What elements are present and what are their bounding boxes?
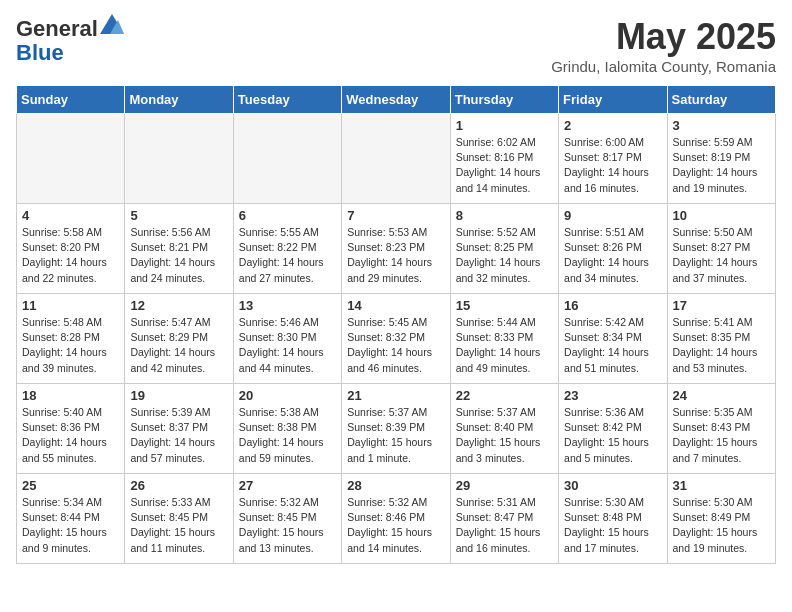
weekday-header-thursday: Thursday [450,86,558,114]
day-number: 17 [673,298,770,313]
calendar-table: SundayMondayTuesdayWednesdayThursdayFrid… [16,85,776,564]
day-info: Sunrise: 6:02 AMSunset: 8:16 PMDaylight:… [456,135,553,196]
calendar-cell: 30Sunrise: 5:30 AMSunset: 8:48 PMDayligh… [559,474,667,564]
day-number: 5 [130,208,227,223]
day-info: Sunrise: 5:35 AMSunset: 8:43 PMDaylight:… [673,405,770,466]
calendar-cell: 10Sunrise: 5:50 AMSunset: 8:27 PMDayligh… [667,204,775,294]
day-info: Sunrise: 5:44 AMSunset: 8:33 PMDaylight:… [456,315,553,376]
calendar-cell: 9Sunrise: 5:51 AMSunset: 8:26 PMDaylight… [559,204,667,294]
day-info: Sunrise: 5:39 AMSunset: 8:37 PMDaylight:… [130,405,227,466]
day-info: Sunrise: 5:53 AMSunset: 8:23 PMDaylight:… [347,225,444,286]
day-number: 23 [564,388,661,403]
weekday-header-monday: Monday [125,86,233,114]
weekday-header-saturday: Saturday [667,86,775,114]
day-info: Sunrise: 5:37 AMSunset: 8:40 PMDaylight:… [456,405,553,466]
calendar-cell: 26Sunrise: 5:33 AMSunset: 8:45 PMDayligh… [125,474,233,564]
day-number: 16 [564,298,661,313]
day-info: Sunrise: 5:40 AMSunset: 8:36 PMDaylight:… [22,405,119,466]
day-info: Sunrise: 6:00 AMSunset: 8:17 PMDaylight:… [564,135,661,196]
calendar-cell: 22Sunrise: 5:37 AMSunset: 8:40 PMDayligh… [450,384,558,474]
day-number: 2 [564,118,661,133]
logo-blue-text: Blue [16,40,64,65]
calendar-cell: 25Sunrise: 5:34 AMSunset: 8:44 PMDayligh… [17,474,125,564]
calendar-cell: 2Sunrise: 6:00 AMSunset: 8:17 PMDaylight… [559,114,667,204]
day-info: Sunrise: 5:38 AMSunset: 8:38 PMDaylight:… [239,405,336,466]
day-number: 27 [239,478,336,493]
day-number: 13 [239,298,336,313]
title-area: May 2025 Grindu, Ialomita County, Romani… [551,16,776,75]
day-info: Sunrise: 5:42 AMSunset: 8:34 PMDaylight:… [564,315,661,376]
page-header: General Blue May 2025 Grindu, Ialomita C… [16,16,776,75]
calendar-cell: 31Sunrise: 5:30 AMSunset: 8:49 PMDayligh… [667,474,775,564]
day-info: Sunrise: 5:31 AMSunset: 8:47 PMDaylight:… [456,495,553,556]
weekday-header-friday: Friday [559,86,667,114]
day-number: 30 [564,478,661,493]
week-row-1: 1Sunrise: 6:02 AMSunset: 8:16 PMDaylight… [17,114,776,204]
calendar-cell: 8Sunrise: 5:52 AMSunset: 8:25 PMDaylight… [450,204,558,294]
week-row-2: 4Sunrise: 5:58 AMSunset: 8:20 PMDaylight… [17,204,776,294]
day-info: Sunrise: 5:46 AMSunset: 8:30 PMDaylight:… [239,315,336,376]
calendar-cell: 15Sunrise: 5:44 AMSunset: 8:33 PMDayligh… [450,294,558,384]
calendar-cell: 18Sunrise: 5:40 AMSunset: 8:36 PMDayligh… [17,384,125,474]
day-info: Sunrise: 5:55 AMSunset: 8:22 PMDaylight:… [239,225,336,286]
location-subtitle: Grindu, Ialomita County, Romania [551,58,776,75]
day-info: Sunrise: 5:51 AMSunset: 8:26 PMDaylight:… [564,225,661,286]
day-number: 9 [564,208,661,223]
day-info: Sunrise: 5:47 AMSunset: 8:29 PMDaylight:… [130,315,227,376]
calendar-cell: 19Sunrise: 5:39 AMSunset: 8:37 PMDayligh… [125,384,233,474]
weekday-header-sunday: Sunday [17,86,125,114]
calendar-cell: 21Sunrise: 5:37 AMSunset: 8:39 PMDayligh… [342,384,450,474]
day-info: Sunrise: 5:32 AMSunset: 8:46 PMDaylight:… [347,495,444,556]
day-number: 26 [130,478,227,493]
day-info: Sunrise: 5:41 AMSunset: 8:35 PMDaylight:… [673,315,770,376]
day-info: Sunrise: 5:52 AMSunset: 8:25 PMDaylight:… [456,225,553,286]
week-row-3: 11Sunrise: 5:48 AMSunset: 8:28 PMDayligh… [17,294,776,384]
week-row-5: 25Sunrise: 5:34 AMSunset: 8:44 PMDayligh… [17,474,776,564]
day-info: Sunrise: 5:30 AMSunset: 8:49 PMDaylight:… [673,495,770,556]
calendar-cell: 24Sunrise: 5:35 AMSunset: 8:43 PMDayligh… [667,384,775,474]
calendar-cell: 12Sunrise: 5:47 AMSunset: 8:29 PMDayligh… [125,294,233,384]
day-info: Sunrise: 5:32 AMSunset: 8:45 PMDaylight:… [239,495,336,556]
day-number: 29 [456,478,553,493]
day-number: 12 [130,298,227,313]
day-number: 8 [456,208,553,223]
calendar-cell: 20Sunrise: 5:38 AMSunset: 8:38 PMDayligh… [233,384,341,474]
day-number: 28 [347,478,444,493]
calendar-cell: 4Sunrise: 5:58 AMSunset: 8:20 PMDaylight… [17,204,125,294]
calendar-cell: 7Sunrise: 5:53 AMSunset: 8:23 PMDaylight… [342,204,450,294]
week-row-4: 18Sunrise: 5:40 AMSunset: 8:36 PMDayligh… [17,384,776,474]
day-info: Sunrise: 5:48 AMSunset: 8:28 PMDaylight:… [22,315,119,376]
day-number: 14 [347,298,444,313]
day-number: 22 [456,388,553,403]
day-number: 1 [456,118,553,133]
day-info: Sunrise: 5:36 AMSunset: 8:42 PMDaylight:… [564,405,661,466]
day-number: 4 [22,208,119,223]
day-info: Sunrise: 5:37 AMSunset: 8:39 PMDaylight:… [347,405,444,466]
day-info: Sunrise: 5:59 AMSunset: 8:19 PMDaylight:… [673,135,770,196]
calendar-cell [17,114,125,204]
day-number: 3 [673,118,770,133]
day-number: 21 [347,388,444,403]
calendar-cell: 29Sunrise: 5:31 AMSunset: 8:47 PMDayligh… [450,474,558,564]
weekday-header-tuesday: Tuesday [233,86,341,114]
calendar-cell: 27Sunrise: 5:32 AMSunset: 8:45 PMDayligh… [233,474,341,564]
calendar-cell: 11Sunrise: 5:48 AMSunset: 8:28 PMDayligh… [17,294,125,384]
day-info: Sunrise: 5:34 AMSunset: 8:44 PMDaylight:… [22,495,119,556]
day-number: 25 [22,478,119,493]
day-number: 7 [347,208,444,223]
day-number: 31 [673,478,770,493]
logo-general-text: General [16,16,98,41]
day-info: Sunrise: 5:56 AMSunset: 8:21 PMDaylight:… [130,225,227,286]
day-number: 10 [673,208,770,223]
calendar-cell: 5Sunrise: 5:56 AMSunset: 8:21 PMDaylight… [125,204,233,294]
calendar-cell: 1Sunrise: 6:02 AMSunset: 8:16 PMDaylight… [450,114,558,204]
calendar-cell: 28Sunrise: 5:32 AMSunset: 8:46 PMDayligh… [342,474,450,564]
day-info: Sunrise: 5:50 AMSunset: 8:27 PMDaylight:… [673,225,770,286]
day-number: 24 [673,388,770,403]
logo-icon [100,14,124,34]
calendar-cell: 23Sunrise: 5:36 AMSunset: 8:42 PMDayligh… [559,384,667,474]
calendar-cell: 14Sunrise: 5:45 AMSunset: 8:32 PMDayligh… [342,294,450,384]
day-number: 11 [22,298,119,313]
calendar-cell: 16Sunrise: 5:42 AMSunset: 8:34 PMDayligh… [559,294,667,384]
calendar-cell: 3Sunrise: 5:59 AMSunset: 8:19 PMDaylight… [667,114,775,204]
